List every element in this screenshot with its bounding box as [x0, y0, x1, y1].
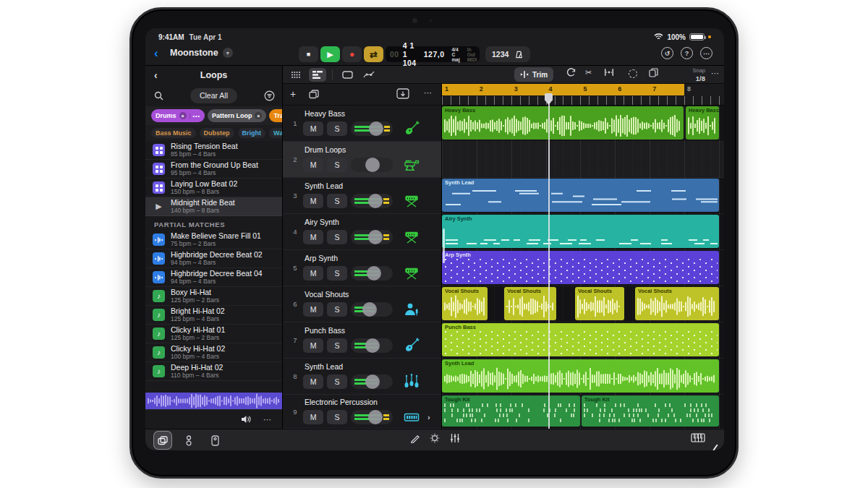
- filter-chip[interactable]: Pattern Loop×: [208, 109, 267, 122]
- mute-button[interactable]: M: [303, 266, 323, 281]
- region[interactable]: Vocal Shouts: [575, 287, 624, 320]
- duplicate-track-icon[interactable]: [309, 90, 319, 99]
- timeline-lane[interactable]: [442, 142, 724, 178]
- track-header-row[interactable]: 2Drum LoopsMS: [283, 142, 441, 178]
- timeline-lane[interactable]: Airy Synth: [442, 214, 724, 250]
- solo-button[interactable]: S: [327, 121, 347, 136]
- loop-item[interactable]: ♪Boxy Hi-Hat125 bpm – 2 Bars: [145, 287, 282, 306]
- mute-button[interactable]: M: [303, 302, 323, 317]
- back-button[interactable]: ‹: [154, 47, 158, 60]
- mute-button[interactable]: M: [303, 194, 323, 208]
- volume-slider[interactable]: [351, 194, 393, 208]
- clear-all-button[interactable]: Clear All: [190, 88, 237, 103]
- input-device-button[interactable]: [206, 432, 224, 449]
- solo-button[interactable]: S: [327, 230, 347, 244]
- track-header-row[interactable]: 1Heavy BassMS: [283, 106, 441, 142]
- remove-filter-icon[interactable]: ×: [255, 112, 262, 119]
- vertical-scroll-indicator[interactable]: [443, 228, 445, 263]
- filter-chip[interactable]: Drums×•••: [151, 109, 205, 122]
- slider-knob[interactable]: [365, 338, 380, 353]
- grid-view-icon[interactable]: [287, 68, 305, 82]
- solo-button[interactable]: S: [327, 158, 347, 172]
- paste-icon[interactable]: [649, 68, 658, 77]
- loops-back-button[interactable]: ‹: [154, 69, 158, 81]
- loop-item[interactable]: ♪Clicky Hi-Hat 01125 bpm – 2 Bars: [145, 325, 282, 343]
- solo-button[interactable]: S: [327, 338, 347, 353]
- play-button[interactable]: ▶: [320, 46, 340, 62]
- timeline-lane[interactable]: Arp Synth: [442, 250, 724, 286]
- region[interactable]: Tough Kit: [582, 395, 719, 427]
- search-icon[interactable]: [154, 91, 163, 100]
- drum-workstation-icon[interactable]: [401, 156, 422, 174]
- timeline-area[interactable]: 12345678 Heavy BassHeavy BassSynth LeadA…: [442, 84, 724, 429]
- slider-knob[interactable]: [368, 230, 383, 244]
- loop-item[interactable]: From the Ground Up Beat95 bpm – 4 Bars: [145, 160, 282, 179]
- undo-button[interactable]: ↺: [661, 47, 673, 59]
- track-header-row[interactable]: 4Airy SynthMS: [283, 214, 441, 250]
- singer-icon[interactable]: [401, 301, 422, 318]
- marquee-tool-icon[interactable]: [629, 69, 637, 78]
- loop-item[interactable]: ▶Midnight Ride Beat140 bpm – 8 Bars: [145, 197, 282, 216]
- fade-tool-icon[interactable]: [604, 68, 614, 77]
- loop-item[interactable]: ♪Bright Hi-Hat 02125 bpm – 4 Bars: [145, 306, 282, 325]
- automation-icon[interactable]: [360, 68, 378, 82]
- trim-tool-button[interactable]: Trim: [514, 67, 553, 82]
- arrange-more-button[interactable]: ⋯: [711, 69, 720, 78]
- loop-item[interactable]: ♪Clicky Hi-Hat 02100 bpm – 4 Bars: [145, 343, 282, 362]
- volume-slider[interactable]: [351, 374, 393, 389]
- timeline-lane[interactable]: Synth Lead: [442, 359, 724, 395]
- mute-button[interactable]: M: [303, 230, 323, 244]
- metronome-icon[interactable]: [514, 50, 524, 59]
- track-header-row[interactable]: 6Vocal ShoutsMS: [283, 286, 441, 322]
- pencil-tool-icon[interactable]: [410, 434, 420, 443]
- timeline-lane[interactable]: Vocal ShoutsVocal ShoutsVocal ShoutsVoca…: [442, 286, 724, 322]
- loop-more-button[interactable]: ⋯: [263, 415, 272, 424]
- region[interactable]: Heavy Bass: [686, 106, 719, 140]
- mixer-icon[interactable]: [450, 433, 460, 443]
- loop-tool-icon[interactable]: [566, 68, 576, 77]
- help-button[interactable]: ?: [681, 47, 693, 59]
- mute-button[interactable]: M: [303, 121, 323, 136]
- volume-slider[interactable]: [351, 158, 393, 172]
- track-header-row[interactable]: 9Electronic PercussionMS›: [283, 395, 441, 429]
- solo-button[interactable]: S: [327, 374, 347, 389]
- tracks-view-icon[interactable]: [309, 68, 326, 82]
- volume-slider[interactable]: [351, 230, 393, 244]
- cycle-button[interactable]: ⇄: [364, 46, 383, 62]
- solo-button[interactable]: S: [327, 194, 347, 208]
- synth-keyboard-icon[interactable]: [401, 228, 422, 246]
- browsers-button[interactable]: [154, 432, 171, 449]
- tag-chip[interactable]: Bright: [238, 128, 266, 138]
- lcd-display[interactable]: 00 4 1 1 104 127,0 4/4C maj In OutMIDI: [386, 46, 480, 62]
- track-header-row[interactable]: 8Synth LeadMS: [283, 359, 441, 395]
- plugins-button[interactable]: [180, 432, 197, 449]
- timeline-lane[interactable]: Tough KitTough Kit: [442, 395, 724, 429]
- region[interactable]: Tough Kit: [442, 395, 580, 427]
- solo-button[interactable]: S: [327, 266, 347, 281]
- bass-guitar-icon[interactable]: [401, 337, 422, 354]
- slider-knob[interactable]: [365, 158, 380, 172]
- track-expand-chevron-icon[interactable]: ›: [427, 413, 430, 421]
- region[interactable]: Airy Synth: [442, 215, 719, 248]
- track-header-options-icon[interactable]: [396, 88, 409, 99]
- timeline-lane[interactable]: Punch Bass: [442, 322, 724, 359]
- drum-pads-icon[interactable]: [401, 408, 422, 426]
- track-header-row[interactable]: 7Punch BassMS: [283, 322, 441, 359]
- record-button[interactable]: ●: [342, 46, 362, 62]
- speaker-icon[interactable]: [241, 415, 252, 424]
- solo-button[interactable]: S: [327, 410, 347, 424]
- remove-filter-icon[interactable]: ×: [179, 112, 187, 119]
- bass-guitar-icon[interactable]: [401, 120, 422, 137]
- mute-button[interactable]: M: [303, 158, 323, 172]
- synth-keyboard-icon[interactable]: [401, 265, 422, 282]
- region[interactable]: Synth Lead: [442, 359, 719, 393]
- volume-slider[interactable]: [351, 266, 393, 281]
- tag-chip[interactable]: Bass Music: [151, 128, 196, 138]
- loop-item[interactable]: Highbridge Decree Beat 0494 bpm – 4 Bars: [145, 268, 282, 287]
- region[interactable]: Vocal Shouts: [504, 287, 556, 320]
- solo-button[interactable]: S: [327, 302, 347, 317]
- filter-chip[interactable]: Trap×: [269, 109, 282, 122]
- slider-knob[interactable]: [362, 302, 377, 317]
- add-track-button[interactable]: +: [290, 88, 296, 100]
- knob-icon[interactable]: [430, 433, 440, 443]
